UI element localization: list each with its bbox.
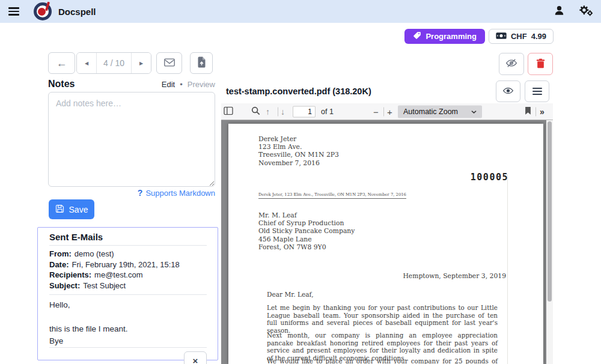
pdf-toolbar: ↑ ↓ of 1 − + Automatic Zoom » — [221, 103, 553, 120]
letter-salutation: Dear Mr. Leaf, — [267, 291, 314, 298]
tag-badge[interactable]: Programming — [404, 29, 485, 44]
zoom-out-button[interactable]: − — [373, 106, 379, 117]
preview-toggle-button[interactable] — [496, 80, 520, 102]
docspell-app: Docspell — [0, 0, 601, 364]
notes-edit-toggle[interactable]: Edit — [162, 80, 175, 89]
prev-item-button[interactable]: ◀ — [77, 53, 96, 73]
attachment-filename: test-stamp.converted.pdf (318.20K) — [226, 86, 371, 96]
notes-title: Notes — [48, 79, 75, 89]
item-pager: ◀ 4 / 10 ▶ — [76, 52, 151, 74]
notes-textarea[interactable] — [48, 92, 215, 187]
hamburger-menu-icon[interactable] — [8, 7, 19, 16]
letter-recipient-address: Mr. M. Leaf Chief of Syrup Production Ol… — [258, 211, 355, 251]
find-next-button[interactable]: ↓ — [281, 107, 285, 117]
save-icon — [55, 204, 64, 215]
email-body-line: Hello, — [49, 299, 207, 311]
letter-sender-address: Derek Jeter 123 Elm Ave. Treesville, ON … — [258, 135, 339, 167]
toolbar-more-button[interactable]: » — [540, 107, 545, 117]
attachment-menu-button[interactable] — [525, 80, 549, 102]
user-icon — [554, 5, 565, 18]
save-button[interactable]: Save — [49, 199, 94, 219]
back-button[interactable]: ← — [48, 52, 75, 74]
letter-paragraph: Let me begin by thanking you for your pa… — [267, 304, 498, 334]
email-from-label: From: — [49, 249, 72, 258]
pdf-scrollbar — [546, 120, 553, 364]
email-date-value: Fri, February 19th, 2021, 15:18 — [72, 260, 180, 269]
find-previous-button[interactable]: ↑ — [266, 107, 270, 117]
letter-sender-summary: Derek Jeter, 123 Elm Ave., Treesville, O… — [258, 192, 406, 199]
arrow-down-icon: ↓ — [281, 107, 285, 117]
supports-markdown-label: Supports Markdown — [145, 189, 215, 198]
eye-slash-icon — [505, 58, 517, 70]
attachment-header: test-stamp.converted.pdf (318.20K) — [221, 79, 553, 103]
zoom-select[interactable]: Automatic Zoom — [398, 105, 482, 118]
tag-icon — [413, 31, 421, 41]
pdf-viewport: Derek Jeter 123 Elm Ave. Treesville, ON … — [221, 120, 553, 364]
email-body-line: this is the file I meant. — [49, 323, 207, 335]
notes-preview-toggle[interactable]: Preview — [188, 80, 215, 89]
amount-currency: CHF — [511, 32, 527, 41]
zoom-in-button[interactable]: + — [387, 106, 392, 117]
toolbar-divider — [383, 107, 384, 116]
email-body: Hello, this is the file I meant. Bye — [49, 295, 207, 347]
sidebar-toggle-button[interactable] — [224, 106, 233, 117]
email-subject-label: Subject: — [49, 281, 80, 290]
pdf-page: Derek Jeter 123 Elm Ave. Treesville, ON … — [228, 124, 543, 364]
help-icon: ? — [138, 188, 143, 198]
next-item-button[interactable]: ▶ — [132, 53, 151, 73]
sent-emails-heading: Sent E-Mails — [49, 232, 207, 246]
arrow-up-icon: ↑ — [266, 107, 270, 117]
zoom-in-icon: + — [387, 106, 392, 117]
email-subject-row: Subject:Test Subject — [49, 281, 207, 291]
pdf-search-button[interactable] — [251, 106, 260, 117]
chevron-down-icon — [471, 108, 477, 116]
amount-badge[interactable]: CHF 4.99 — [489, 29, 554, 44]
add-file-button[interactable] — [190, 52, 213, 74]
markdown-hint: ?Supports Markdown — [48, 188, 215, 198]
email-recipients-row: Recipients:me@test.com — [49, 270, 207, 281]
pdf-scrollbar-thumb[interactable] — [548, 121, 552, 302]
sent-emails-panel: Sent E-Mails From:demo (test) Date:Fri, … — [37, 227, 218, 360]
trash-icon — [536, 58, 545, 70]
supports-markdown-link[interactable]: ?Supports Markdown — [138, 189, 215, 198]
email-date-label: Date: — [49, 260, 69, 269]
money-icon — [496, 32, 507, 41]
email-recipients-value: me@test.com — [94, 270, 142, 279]
caret-left-icon: ◀ — [85, 61, 88, 66]
user-button[interactable] — [554, 5, 565, 18]
item-position-label: 4 / 10 — [96, 53, 132, 73]
gear-icon — [579, 5, 593, 18]
bookmark-icon — [525, 106, 531, 117]
zoom-select-value: Automatic Zoom — [403, 108, 458, 116]
email-subject-value: Test Subject — [83, 281, 126, 290]
save-button-label: Save — [69, 205, 88, 214]
email-from-row: From:demo (test) — [49, 249, 207, 259]
settings-button[interactable] — [579, 5, 593, 18]
page-number-input[interactable] — [293, 106, 316, 117]
caret-right-icon: ▶ — [139, 61, 143, 66]
zoom-out-icon: − — [373, 106, 379, 117]
bookmark-button[interactable] — [525, 106, 531, 117]
email-body-line: Bye — [49, 335, 207, 347]
menu-icon — [532, 88, 542, 95]
close-email-button[interactable]: × — [184, 351, 207, 364]
email-recipients-label: Recipients: — [49, 270, 91, 279]
letter-paragraph: We would like to place an order with you… — [267, 357, 498, 364]
email-from-value: demo (test) — [75, 249, 114, 258]
search-icon — [251, 106, 260, 117]
tag-badge-label: Programming — [426, 32, 477, 41]
unconfirm-button[interactable] — [499, 53, 524, 75]
topbar: Docspell — [0, 0, 601, 23]
delete-button[interactable] — [528, 53, 553, 75]
sent-email-meta: From:demo (test) Date:Fri, February 19th… — [49, 246, 207, 295]
toolbar-divider — [535, 107, 536, 116]
send-mail-button[interactable] — [156, 52, 182, 74]
scan-artifact-line — [507, 174, 508, 364]
toggle-separator-dot: • — [180, 80, 183, 89]
app-title: Docspell — [58, 7, 96, 17]
sidebar-toggle-icon — [224, 106, 233, 117]
arrow-left-icon: ← — [56, 57, 67, 70]
email-body-line — [49, 311, 207, 323]
envelope-icon — [164, 58, 175, 68]
item-badges: Programming CHF 4.99 — [404, 29, 554, 44]
